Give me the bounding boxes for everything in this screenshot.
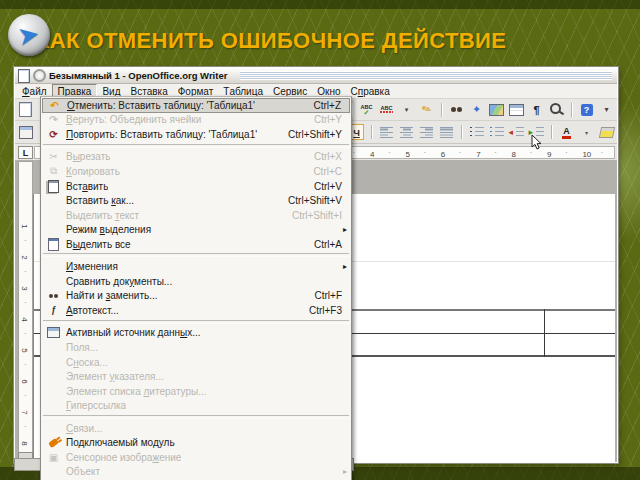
menu-item-label: Вставить — [66, 181, 108, 192]
numbered-list-icon[interactable] — [468, 124, 485, 141]
tab-type-selector[interactable]: L — [18, 146, 33, 159]
slide-title: КАК ОТМЕНИТЬ ОШИБОЧНОЕ ДЕЙСТВИЕ — [36, 28, 506, 54]
menu-separator — [43, 415, 349, 419]
align-left-icon[interactable] — [378, 124, 395, 141]
dropdown-dash[interactable]: ▾ — [578, 124, 595, 141]
menu-item-10[interactable]: Выделить всеCtrl+A — [42, 237, 350, 252]
menu-item-25[interactable]: Подключаемый модуль — [42, 435, 350, 450]
menu-item-22[interactable]: Гиперссылка — [42, 398, 350, 413]
menu-item-label: Связи... — [66, 423, 102, 434]
highlighting-icon[interactable] — [598, 124, 615, 141]
nonprinting-characters-icon[interactable]: ¶ — [528, 101, 545, 118]
format-paintbrush-icon[interactable]: ✎ — [418, 101, 435, 118]
menu-item-shortcut: Ctrl+Shift+V — [288, 195, 346, 206]
menu-item-0[interactable]: ↶Отменить: Вставить таблицу: 'Таблица1'C… — [42, 98, 350, 113]
menu-item-shortcut: Ctrl+V — [314, 181, 346, 192]
menu-item-12[interactable]: Изменения▸ — [42, 259, 350, 274]
menu-item-19[interactable]: Сноска... — [42, 355, 350, 370]
undo-arrow-icon: ➤ — [17, 20, 41, 50]
menu-item-18[interactable]: Поля... — [42, 340, 350, 355]
vruler-number: 2 — [20, 255, 29, 259]
help-icon[interactable]: ? — [578, 101, 595, 118]
align-right-icon[interactable] — [418, 124, 435, 141]
menu-item-4[interactable]: ✂ВырезатьCtrl+X — [42, 150, 350, 165]
styles-icon[interactable] — [17, 124, 34, 141]
toolbar-separator — [551, 125, 552, 139]
find-replace-icon — [45, 289, 62, 302]
new-document-icon[interactable] — [17, 101, 34, 118]
vruler-number: 3 — [20, 286, 29, 290]
menu-item-24[interactable]: Связи... — [42, 421, 350, 436]
font-color-icon[interactable]: А — [558, 124, 575, 141]
paste-icon — [45, 180, 62, 193]
menu-item-no-icon — [45, 260, 62, 273]
menu-item-21[interactable]: Элемент списка литературы... — [42, 384, 350, 399]
menu-item-no-icon — [45, 422, 62, 435]
menu-item-shortcut: Ctrl+F — [315, 290, 347, 301]
menu-item-label: Элемент списка литературы... — [66, 386, 207, 397]
menubar-item-Справка[interactable]: Справка — [345, 84, 394, 98]
spellcheck-icon[interactable]: ABC✓ — [358, 101, 375, 118]
navigator-icon[interactable]: ✦ — [468, 101, 485, 118]
menu-separator — [43, 253, 349, 257]
menu-item-label: Элемент указателя... — [66, 371, 164, 382]
vruler-tick: · — [24, 298, 27, 307]
menu-item-27[interactable]: Объект▸ — [42, 465, 350, 480]
menu-item-label: Вырезать — [66, 151, 110, 162]
find-replace-icon[interactable] — [448, 101, 465, 118]
vertical-ruler[interactable]: 1·2·3·4·5·6·7·8· — [18, 161, 33, 454]
menu-item-label: Гиперссылка — [66, 400, 126, 411]
menu-item-8[interactable]: Выделить текстCtrl+Shift+I — [42, 208, 350, 223]
vruler-tick: · — [24, 360, 27, 369]
window-titlebar[interactable]: Безымянный 1 - OpenOffice.org Writer — [15, 68, 617, 84]
justify-icon[interactable] — [438, 124, 455, 141]
bullet-list-icon[interactable] — [488, 124, 505, 141]
vruler-number: 4 — [20, 317, 29, 321]
hruler-tick: · — [423, 148, 426, 157]
imagemap-icon: ▣ — [45, 451, 62, 464]
menu-item-label: Выделить все — [66, 239, 131, 250]
menu-item-no-icon — [45, 341, 62, 354]
gallery-icon[interactable] — [488, 101, 505, 118]
align-center-icon[interactable] — [398, 124, 415, 141]
menu-item-13[interactable]: Сравнить документы... — [42, 274, 350, 289]
slide-title-badge: ➤ — [8, 14, 50, 56]
menu-item-6[interactable]: ВставитьCtrl+V — [42, 179, 350, 194]
menu-item-shortcut: Ctrl+F3 — [309, 305, 346, 316]
menu-item-20[interactable]: Элемент указателя... — [42, 369, 350, 384]
undo-icon: ↶ — [46, 99, 63, 112]
zoom-icon[interactable] — [548, 101, 565, 118]
data-sources-icon[interactable] — [508, 101, 525, 118]
hruler-number: 8 — [512, 150, 516, 159]
menu-item-no-icon — [45, 209, 62, 222]
hruler-number: 4 — [370, 150, 374, 159]
dropdown-arrow[interactable]: ▾ — [398, 101, 415, 118]
toolbar-separator — [571, 103, 572, 117]
menu-item-2[interactable]: ⟳Повторить: Вставить таблицу: 'Таблица1'… — [42, 127, 350, 142]
autotext-icon: ƒ — [45, 304, 62, 317]
vruler-number: 1 — [20, 224, 29, 228]
autospellcheck-icon[interactable]: ABC — [378, 101, 395, 118]
edit-menu-dropdown: ↶Отменить: Вставить таблицу: 'Таблица1'C… — [40, 96, 352, 480]
menu-item-label: Отменить: Вставить таблицу: 'Таблица1' — [67, 100, 255, 111]
menu-item-14[interactable]: Найти и заменить...Ctrl+F — [42, 289, 350, 304]
menu-item-15[interactable]: ƒАвтотекст...Ctrl+F3 — [42, 303, 350, 318]
menu-item-9[interactable]: Режим выделения▸ — [42, 222, 350, 237]
menu-item-shortcut: Ctrl+A — [314, 239, 346, 250]
toolbar-overflow-icon[interactable]: ▾ — [598, 101, 615, 118]
decrease-indent-icon[interactable] — [508, 124, 525, 141]
hruler-tick: · — [353, 148, 356, 157]
menu-item-5[interactable]: ⧉КопироватьCtrl+C — [42, 164, 350, 179]
vruler-tick: · — [24, 391, 27, 400]
menu-item-1[interactable]: ↷Вернуть: Объединить ячейкиCtrl+Y — [42, 113, 350, 128]
menu-item-label: Изменения — [66, 261, 118, 272]
menu-separator — [43, 144, 349, 148]
window-title: Безымянный 1 - OpenOffice.org Writer — [49, 70, 227, 81]
menu-item-label: Подключаемый модуль — [66, 437, 175, 448]
menu-item-17[interactable]: Активный источник данных... — [42, 326, 350, 341]
menu-item-shortcut: Ctrl+C — [313, 166, 346, 177]
menu-item-26[interactable]: ▣Сенсорное изображение — [42, 450, 350, 465]
menu-item-7[interactable]: Вставить как...Ctrl+Shift+V — [42, 193, 350, 208]
vruler-tick: · — [24, 422, 27, 431]
slide-top-band — [0, 0, 640, 9]
